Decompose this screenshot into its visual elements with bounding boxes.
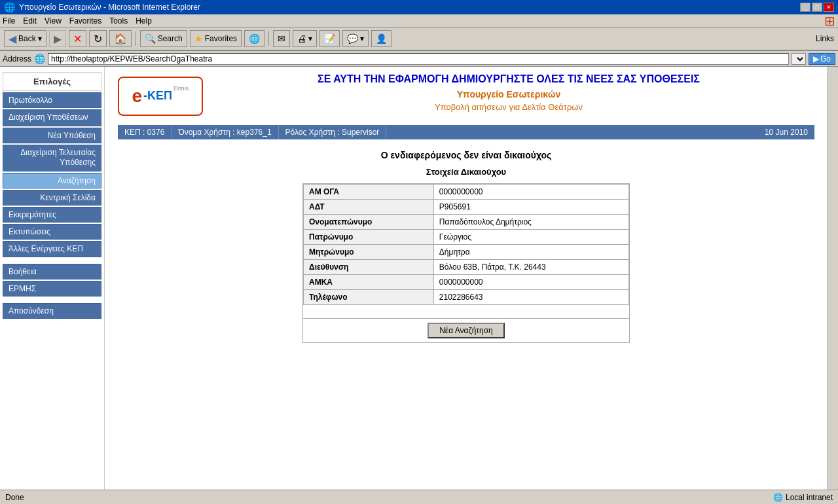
sidebar-item-ekkremotites[interactable]: Εκκρεμότητες: [3, 207, 101, 223]
result-message: Ο ενδιαφερόμενος δεν είναι δικαιούχος: [118, 150, 814, 160]
address-input[interactable]: [48, 53, 789, 65]
favorites-button[interactable]: ★ Favorites: [190, 30, 242, 47]
button-row: Νέα Αναζήτηση: [303, 318, 629, 342]
separator: [136, 31, 136, 46]
menu-edit[interactable]: Edit: [23, 16, 37, 26]
sidebar-item-diaxeirisi-teleutaias[interactable]: Διαχείριση Τελευταίας Υπόθεσης: [3, 145, 101, 171]
logo-kep: -ΚΕΠ: [143, 89, 172, 103]
field-value: Παπαδόπουλος Δημήτριος: [433, 215, 628, 230]
logo-ermis: Ermis.: [173, 85, 191, 92]
table-row: Διεύθυνση Βόλου 63Β, Πάτρα, Τ.Κ. 26443: [304, 260, 629, 275]
windows-logo: ⊞: [824, 13, 835, 29]
edit-icon: 📝: [324, 33, 335, 44]
print-button[interactable]: 🖨 ▾: [293, 30, 317, 47]
page-main-title: ΣΕ ΑΥΤΗ ΤΗΝ ΕΦΑΡΜΟΓΗ ΔΗΜΙΟΥΡΓΗΣΤΕ ΟΛΕΣ Τ…: [203, 73, 814, 85]
sidebar-item-nea-ypothesi[interactable]: Νέα Υπόθεση: [3, 128, 101, 143]
window-title: Υπουργείο Εσωτερικών - Microsoft Interne…: [19, 3, 200, 12]
address-label: Address: [3, 54, 31, 63]
discuss-button[interactable]: 💬 ▾: [342, 30, 369, 47]
new-search-button[interactable]: Νέα Αναζήτηση: [428, 323, 505, 338]
messenger-button[interactable]: 👤: [371, 30, 392, 47]
sidebar-item-protokollo[interactable]: Πρωτόκολλο: [3, 92, 101, 108]
media-button[interactable]: 🌐: [244, 30, 264, 47]
dropdown-arrow2-icon: ▾: [308, 34, 312, 43]
menu-bar: File Edit View Favorites Tools Help ⊞: [0, 14, 838, 27]
refresh-icon: ↻: [94, 33, 102, 45]
title-bar: 🌐 Υπουργείο Εσωτερικών - Microsoft Inter…: [0, 0, 838, 14]
go-arrow-icon: ▶: [813, 54, 819, 63]
address-page-icon: 🌐: [34, 54, 45, 64]
maximize-button[interactable]: □: [812, 3, 822, 12]
sidebar-item-aposyndesi[interactable]: Αποσύνδεση: [3, 303, 101, 319]
data-table: ΑΜ ΟΓΑ 0000000000 ΑΔΤ P905691 Ονοματεπών…: [303, 184, 629, 305]
home-button[interactable]: 🏠: [109, 30, 132, 47]
sidebar-item-alles-energeies[interactable]: Άλλες Ενέργειες ΚΕΠ: [3, 241, 101, 258]
forward-icon: ▶: [54, 33, 62, 45]
section-title: Στοιχεία Δικαιούχου: [118, 167, 814, 177]
field-label: Ονοματεπώνυμο: [304, 215, 434, 230]
discuss-icon: 💬: [347, 33, 358, 44]
menu-view[interactable]: View: [45, 16, 62, 26]
date: 10 Jun 2010: [758, 125, 814, 139]
sidebar-header: Επιλογές: [3, 72, 101, 91]
page-subtitle2: Υποβολή αιτήσεων για Δελτία Θεάτρων: [203, 102, 814, 112]
close-button[interactable]: ✕: [824, 3, 834, 12]
sidebar-item-anazitisi[interactable]: Αναζήτηση: [3, 173, 101, 189]
print-icon: 🖨: [297, 33, 306, 44]
table-row: ΑΜ ΟΓΑ 0000000000: [304, 185, 629, 200]
edit-button[interactable]: 📝: [319, 30, 340, 47]
username: Όνομα Χρήστη : kep376_1: [172, 125, 278, 139]
kep-code: ΚΕΠ : 0376: [118, 125, 172, 139]
menu-help[interactable]: Help: [136, 16, 152, 26]
address-bar: Address 🌐 ▶ Go: [0, 51, 838, 67]
field-value: P905691: [433, 200, 628, 215]
field-value: 0000000000: [433, 185, 628, 200]
menu-tools[interactable]: Tools: [109, 16, 128, 26]
toolbar: ◀ Back ▾ ▶ ✕ ↻ 🏠 🔍 Search ★ Favorites 🌐 …: [0, 27, 838, 51]
mail-button[interactable]: ✉: [273, 30, 290, 47]
sidebar: Επιλογές Πρωτόκολλο Διαχείριση Υποθέσεων…: [0, 67, 105, 490]
logo-area: e -ΚΕΠ Ermis. ΣΕ ΑΥΤΗ ΤΗΝ ΕΦΑΡΜΟΓΗ ΔΗΜΙΟ…: [118, 73, 814, 118]
logo: e -ΚΕΠ Ermis.: [118, 77, 203, 116]
stop-button[interactable]: ✕: [69, 30, 86, 47]
go-button[interactable]: ▶ Go: [809, 53, 835, 65]
back-button[interactable]: ◀ Back ▾: [4, 30, 46, 47]
separator2: [268, 31, 269, 46]
field-value: Δήμητρα: [433, 245, 628, 260]
table-row: Τηλέφωνο 2102286643: [304, 290, 629, 305]
sidebar-item-ermis[interactable]: ΕΡΜΗΣ: [3, 281, 101, 297]
sidebar-item-voitheia[interactable]: Βοήθεια: [3, 264, 101, 279]
field-value: Γεώργιος: [433, 230, 628, 245]
data-table-container: ΑΜ ΟΓΑ 0000000000 ΑΔΤ P905691 Ονοματεπών…: [302, 183, 630, 343]
field-label: ΑΜΚΑ: [304, 275, 434, 290]
sidebar-item-diaxeirisi-ypotheseon[interactable]: Διαχείριση Υποθέσεων: [3, 109, 101, 126]
address-dropdown[interactable]: [792, 53, 806, 65]
info-bar: ΚΕΠ : 0376 Όνομα Χρήστη : kep376_1 Ρόλος…: [118, 125, 814, 139]
media-icon: 🌐: [249, 33, 260, 44]
scrollbar[interactable]: [828, 67, 838, 490]
refresh-button[interactable]: ↻: [89, 30, 107, 47]
minimize-button[interactable]: _: [800, 3, 811, 12]
menu-file[interactable]: File: [3, 16, 15, 26]
star-icon: ★: [194, 33, 203, 44]
sidebar-item-kentrikiseli[interactable]: Κεντρική Σελίδα: [3, 190, 101, 206]
window-controls[interactable]: _ □ ✕: [800, 3, 834, 12]
empty-row: [303, 305, 629, 318]
stop-icon: ✕: [73, 33, 82, 45]
sidebar-item-ektypwseis[interactable]: Εκτυπώσεις: [3, 224, 101, 240]
links-label: Links: [816, 34, 834, 43]
forward-button[interactable]: ▶: [49, 30, 66, 47]
home-icon: 🏠: [114, 33, 127, 45]
back-icon: ◀: [9, 33, 16, 45]
page-subtitle: Υπουργείο Εσωτερικών: [203, 89, 814, 99]
logo-e: e: [132, 86, 142, 107]
menu-favorites[interactable]: Favorites: [69, 16, 101, 26]
user-role: Ρόλος Χρήστη : Supervisor: [279, 125, 387, 139]
table-row: Πατρώνυμο Γεώργιος: [304, 230, 629, 245]
messenger-icon: 👤: [376, 33, 387, 44]
dropdown-arrow-icon: ▾: [38, 34, 42, 43]
content-area: e -ΚΕΠ Ermis. ΣΕ ΑΥΤΗ ΤΗΝ ΕΦΑΡΜΟΓΗ ΔΗΜΙΟ…: [105, 67, 828, 490]
search-button[interactable]: 🔍 Search: [140, 30, 187, 47]
table-row: ΑΜΚΑ 0000000000: [304, 275, 629, 290]
field-label: Πατρώνυμο: [304, 230, 434, 245]
